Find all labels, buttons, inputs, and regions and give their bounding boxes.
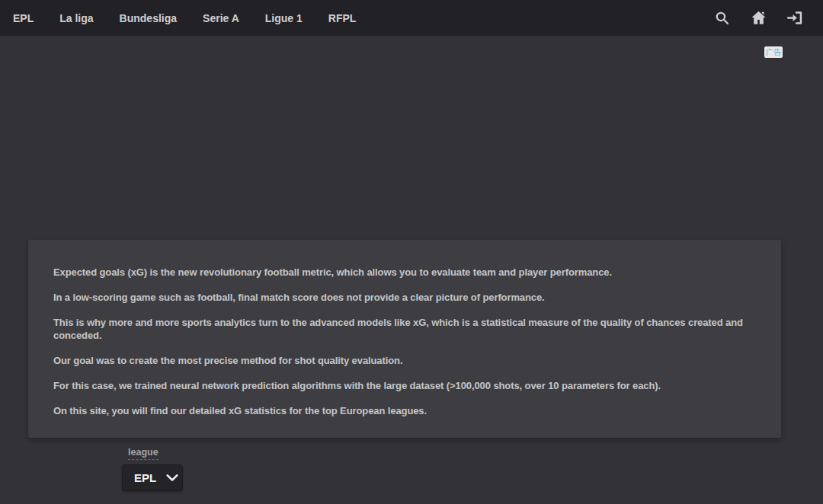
sign-in-button[interactable]	[786, 10, 803, 27]
chevron-down-icon	[166, 474, 178, 482]
home-button[interactable]	[750, 10, 767, 27]
nav-item-la-liga[interactable]: La liga	[59, 12, 93, 24]
intro-paragraph: For this case, we trained neural network…	[53, 379, 758, 392]
nav-item-epl[interactable]: EPL	[13, 12, 34, 24]
home-icon	[751, 11, 767, 25]
intro-panel: Expected goals (xG) is the new revolutio…	[28, 240, 781, 438]
nav-item-serie-a[interactable]: Serie A	[203, 12, 239, 24]
nav-item-bundesliga[interactable]: Bundesliga	[120, 12, 177, 24]
league-select-value: EPL	[134, 471, 156, 484]
nav-item-ligue-1[interactable]: Ligue 1	[265, 12, 303, 24]
league-nav: EPL La liga Bundesliga Serie A Ligue 1 R…	[0, 12, 356, 24]
intro-paragraph: In a low-scoring game such as football, …	[53, 291, 758, 304]
intro-paragraph: This is why more and more sports analyti…	[53, 316, 758, 342]
top-nav: EPL La liga Bundesliga Serie A Ligue 1 R…	[0, 0, 823, 36]
intro-paragraph: Expected goals (xG) is the new revolutio…	[53, 266, 758, 279]
league-select[interactable]: EPL	[122, 464, 183, 491]
search-icon	[715, 11, 729, 25]
sign-in-icon	[787, 11, 802, 25]
ad-badge[interactable]: 广告	[764, 46, 783, 58]
nav-item-rfpl[interactable]: RFPL	[328, 12, 357, 24]
league-label: league	[128, 447, 159, 460]
intro-paragraph: On this site, you will find our detailed…	[53, 404, 758, 417]
intro-paragraph: Our goal was to create the most precise …	[53, 354, 758, 367]
nav-icon-group	[713, 10, 823, 27]
search-button[interactable]	[713, 10, 730, 27]
